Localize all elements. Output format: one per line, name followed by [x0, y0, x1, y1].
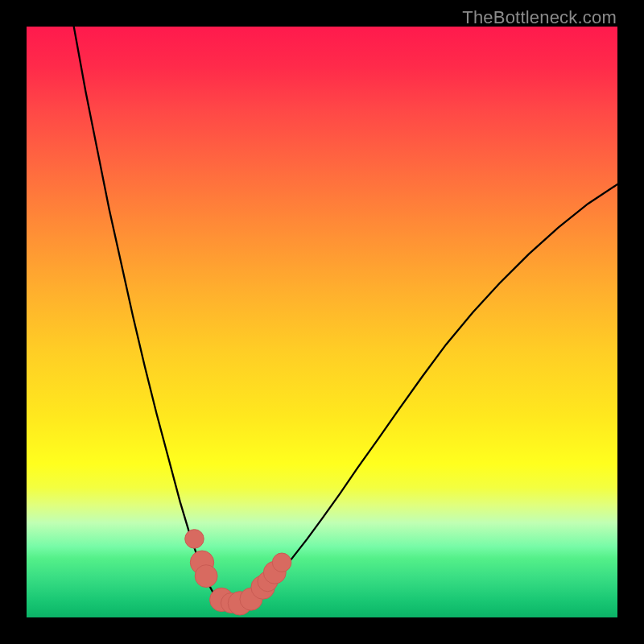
chart-canvas: TheBottleneck.com [0, 0, 644, 644]
plot-svg [27, 27, 617, 617]
data-marker [195, 565, 217, 588]
watermark-text: TheBottleneck.com [462, 7, 617, 28]
bottleneck-curve [74, 27, 617, 606]
data-marker [185, 530, 204, 548]
data-marker [272, 553, 291, 572]
